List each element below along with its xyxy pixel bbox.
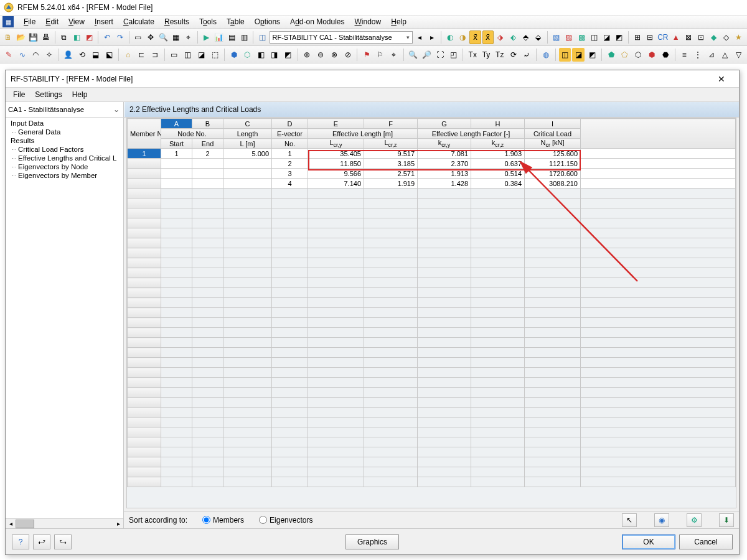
row-header[interactable] [128,169,161,179]
t2-14-icon[interactable]: ◪ [195,48,207,62]
t2-47-icon[interactable]: ⋮ [692,48,704,62]
tb-view8-icon[interactable]: ⬙ [532,30,543,44]
tb-copy-icon[interactable]: ⧉ [59,30,70,44]
tb-x3-icon[interactable]: CR [657,30,669,44]
ok-button[interactable]: OK [622,534,675,549]
tb-table-icon[interactable]: ▤ [226,30,237,44]
tree-input-data[interactable]: Input Data [6,119,123,128]
tb-view1-icon[interactable]: ◐ [444,30,456,44]
results-grid[interactable]: Member No. A B C D E F G H I [127,118,736,487]
tb-new-icon[interactable]: 🗎 [2,30,14,44]
table-row[interactable]: 47.1401.9191.4280.3843088.210 [128,179,736,189]
menu-tools[interactable]: Tools [194,16,222,27]
tb-r2-icon[interactable]: ▨ [563,30,575,44]
cell[interactable]: 125.600 [525,149,581,159]
cell[interactable] [192,179,223,189]
t2-31-icon[interactable]: ◰ [448,48,460,62]
t2-9-icon[interactable]: ⌂ [122,48,134,62]
menu-view[interactable]: View [63,16,90,27]
tb-snap-icon[interactable]: ⌖ [182,30,194,44]
nav-tree[interactable]: Input Data General Data Results Critical… [6,118,123,518]
menu-insert[interactable]: Insert [90,16,118,27]
tb-select-icon[interactable]: ▭ [133,30,144,44]
col-E[interactable]: E [308,119,364,129]
tb-view4-icon[interactable]: x̄ [482,30,494,44]
cell[interactable] [223,169,272,179]
col-G[interactable]: G [418,119,471,129]
t2-20-icon[interactable]: ◩ [282,48,294,62]
prev-page-button[interactable]: ⮐ [33,534,50,549]
table-row[interactable]: 211.8503.1852.3700.6371121.150 [128,159,736,169]
tree-general-data[interactable]: General Data [6,128,123,136]
cell[interactable]: 2 [192,149,223,159]
cell[interactable] [223,179,272,189]
col-A[interactable]: A [161,119,192,129]
tb-x6-icon[interactable]: ⊡ [695,30,707,44]
col-D[interactable]: D [272,119,308,129]
table-row[interactable]: 1125.000135.4059.5177.0811.903125.600 [128,149,736,159]
tb-move-icon[interactable]: ✥ [145,30,156,44]
t2-24-icon[interactable]: ⊘ [342,48,354,62]
tb-next-icon[interactable]: ▸ [426,30,438,44]
t2-41-icon[interactable]: ⬟ [605,48,618,62]
t2-26-icon[interactable]: ⚐ [374,48,387,62]
cell[interactable] [161,159,192,169]
col-F[interactable]: F [364,119,418,129]
tb-report-icon[interactable]: ▥ [238,30,250,44]
cell[interactable]: 35.405 [308,149,364,159]
cell[interactable]: 1.919 [364,179,418,189]
t2-3-icon[interactable]: ◠ [30,48,42,62]
t2-40-icon[interactable]: ◩ [586,48,598,62]
t2-29-icon[interactable]: 🔎 [420,48,433,62]
t2-46-icon[interactable]: ≡ [678,48,690,62]
tb-results-icon[interactable]: 📊 [214,30,225,44]
help-button[interactable]: ? [12,534,29,549]
view-mode-button[interactable]: ◉ [654,513,669,527]
col-C[interactable]: C [223,119,272,129]
cell[interactable] [161,179,192,189]
export-excel-button[interactable]: ⬇ [719,513,734,527]
tb-view2-icon[interactable]: ◑ [457,30,468,44]
menu-edit[interactable]: Edit [40,16,63,27]
tb-print-icon[interactable]: 🖶 [40,30,52,44]
t2-18-icon[interactable]: ◧ [255,48,267,62]
t2-34-icon[interactable]: Tz [494,48,506,62]
t2-7-icon[interactable]: ⬓ [89,48,101,62]
sort-members-radio[interactable]: Members [202,516,244,525]
t2-35-icon[interactable]: ⟳ [507,48,520,62]
t2-4-icon[interactable]: ✧ [43,48,55,62]
cell[interactable]: 1 [161,149,192,159]
tb-x2-icon[interactable]: ⊟ [644,30,655,44]
cell[interactable] [192,169,223,179]
tb-x9-icon[interactable]: ★ [733,30,745,44]
t2-13-icon[interactable]: ◫ [182,48,194,62]
tree-results[interactable]: Results [6,136,123,145]
t2-12-icon[interactable]: ▭ [168,48,181,62]
t2-11-icon[interactable]: ⊐ [149,48,161,62]
cell[interactable]: 9.566 [308,169,364,179]
t2-39-icon[interactable]: ◪ [572,48,585,62]
tree-eigenvectors-node[interactable]: Eigenvectors by Node [6,162,123,171]
col-I[interactable]: I [525,119,581,129]
sort-eigen-input[interactable] [259,516,267,524]
tb-open-icon[interactable]: 📂 [15,30,26,44]
t2-43-icon[interactable]: ⬡ [632,48,644,62]
t2-49-icon[interactable]: △ [719,48,731,62]
t2-28-icon[interactable]: 🔍 [406,48,419,62]
t2-27-icon[interactable]: ⌖ [388,48,400,62]
t2-19-icon[interactable]: ◨ [268,48,281,62]
tb-model-icon[interactable]: ◧ [71,30,82,44]
tree-scrollbar[interactable]: ◂ ▸ [6,518,123,528]
t2-8-icon[interactable]: ⬕ [103,48,115,62]
tb-prev-icon[interactable]: ◂ [414,30,425,44]
tb-x8-icon[interactable]: ◇ [720,30,731,44]
menu-file[interactable]: File [19,16,40,27]
dlg-menu-file[interactable]: File [8,89,30,100]
tb-x5-icon[interactable]: ⊠ [683,30,694,44]
tree-eigenvectors-member[interactable]: Eigenvectors by Member [6,171,123,180]
tb-save-icon[interactable]: 💾 [27,30,39,44]
dialog-close-button[interactable]: ✕ [709,72,734,86]
t2-42-icon[interactable]: ⬠ [619,48,631,62]
cell[interactable]: 7.081 [418,149,471,159]
cell[interactable]: 7.140 [308,179,364,189]
